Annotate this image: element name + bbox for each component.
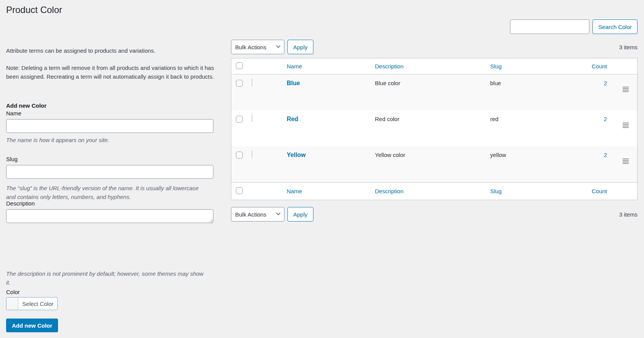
table-row: Blue Blue color blue 2	[231, 74, 637, 110]
bulk-actions-select[interactable]: Bulk Actions	[231, 40, 284, 54]
slug-field[interactable]	[6, 165, 213, 179]
note-text: Note: Deleting a term will remove it fro…	[6, 63, 215, 81]
term-slug: red	[490, 116, 499, 122]
table-row: Yellow Yellow color yellow 2	[231, 146, 637, 182]
name-help-text: The name is how it appears on your site.	[6, 136, 205, 145]
description-help-text: The description is not prominent by defa…	[6, 270, 205, 287]
select-color-button[interactable]: Select Color	[6, 297, 58, 310]
apply-button[interactable]: Apply	[287, 40, 313, 54]
column-footer-name[interactable]: Name	[287, 188, 302, 194]
term-count-link[interactable]: 2	[604, 80, 607, 86]
items-count: 3 items	[619, 44, 638, 50]
bulk-actions-select[interactable]: Bulk Actions	[231, 207, 284, 222]
description-label: Description	[6, 200, 35, 207]
intro-text: Attribute terms can be assigned to produ…	[6, 47, 214, 55]
term-slug: yellow	[490, 152, 506, 158]
term-description: Yellow color	[375, 152, 405, 158]
term-description: Blue color	[375, 80, 400, 86]
items-count: 3 items	[619, 211, 638, 218]
drag-handle-icon[interactable]	[623, 123, 629, 128]
term-count-link[interactable]: 2	[604, 116, 607, 122]
name-label: Name	[6, 110, 21, 116]
search-color-button[interactable]: Search Color	[592, 19, 638, 34]
table-row: Red Red color red 2	[231, 110, 637, 146]
term-slug: blue	[490, 80, 501, 86]
search-input[interactable]	[510, 19, 589, 34]
row-checkbox[interactable]	[236, 116, 243, 123]
slug-label: Slug	[6, 156, 18, 162]
column-footer-count[interactable]: Count	[592, 188, 607, 194]
add-new-color-heading: Add new Color	[6, 102, 47, 109]
drag-handle-icon[interactable]	[623, 87, 629, 92]
list-table-column: Search Color Bulk Actions Apply 3 items …	[231, 0, 638, 338]
column-header-slug[interactable]: Slug	[490, 63, 502, 70]
row-checkbox[interactable]	[236, 80, 243, 87]
tablenav-bottom: Bulk Actions Apply 3 items	[231, 207, 638, 222]
terms-table: Name Description Slug Count Blue Blue co…	[231, 58, 638, 200]
term-thumbnail	[252, 150, 252, 158]
page-title: Product Color	[6, 5, 62, 15]
term-name-link[interactable]: Blue	[287, 80, 300, 86]
description-field[interactable]	[6, 209, 213, 223]
form-column: Product Color Attribute terms can be ass…	[6, 0, 214, 338]
column-header-count[interactable]: Count	[592, 63, 607, 70]
term-description: Red color	[375, 116, 399, 122]
select-color-label: Select Color	[18, 298, 57, 310]
table-header-row: Name Description Slug Count	[231, 58, 637, 74]
search-box: Search Color	[510, 19, 638, 34]
column-header-description[interactable]: Description	[375, 63, 404, 70]
table-footer-row: Name Description Slug Count	[231, 182, 637, 200]
select-all-checkbox[interactable]	[236, 187, 243, 194]
tablenav-top: Bulk Actions Apply 3 items	[231, 40, 638, 54]
term-thumbnail	[252, 115, 252, 122]
add-new-color-button[interactable]: Add new Color	[6, 319, 58, 332]
column-header-name[interactable]: Name	[287, 63, 302, 70]
row-checkbox[interactable]	[236, 152, 243, 158]
term-name-link[interactable]: Red	[287, 116, 298, 122]
color-swatch	[6, 298, 18, 310]
term-thumbnail	[252, 79, 252, 86]
apply-button[interactable]: Apply	[287, 207, 313, 222]
name-field[interactable]	[6, 119, 213, 133]
column-footer-slug[interactable]: Slug	[490, 188, 502, 194]
color-label: Color	[6, 289, 20, 295]
term-count-link[interactable]: 2	[604, 152, 607, 158]
slug-help-text: The “slug” is the URL-friendly version o…	[6, 184, 205, 201]
column-footer-description[interactable]: Description	[375, 188, 404, 194]
select-all-checkbox[interactable]	[236, 62, 243, 69]
drag-handle-icon[interactable]	[623, 158, 629, 164]
term-name-link[interactable]: Yellow	[287, 152, 306, 158]
